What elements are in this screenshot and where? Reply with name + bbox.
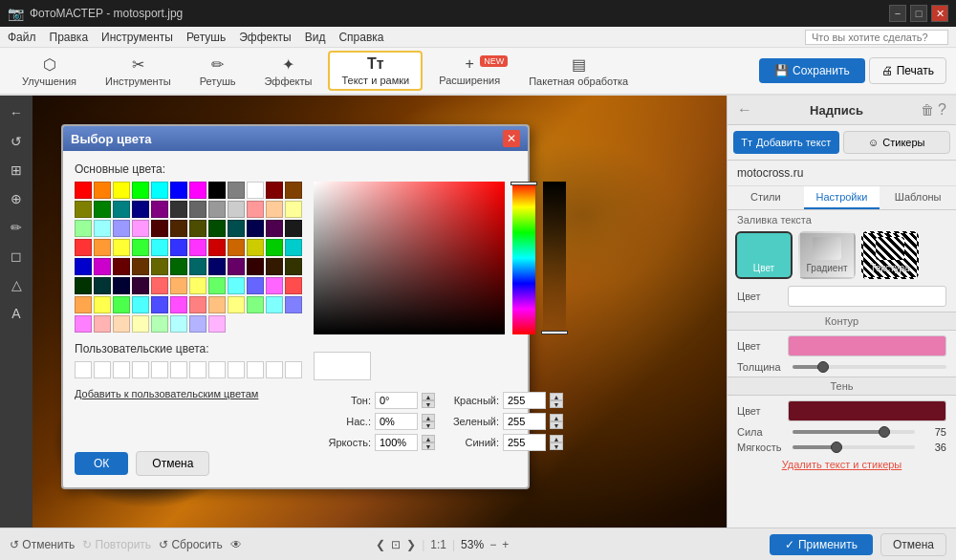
custom-cell[interactable] [151,361,168,378]
maximize-button[interactable]: □ [910,5,927,22]
zoom-fit-button[interactable]: 1:1 [430,538,446,551]
color-cell[interactable] [75,315,92,333]
color-cell[interactable] [132,277,149,294]
color-cell[interactable] [151,296,168,313]
print-button[interactable]: 🖨 Печать [869,57,946,84]
color-cell[interactable] [247,258,264,275]
color-cell[interactable] [113,239,130,256]
custom-cell[interactable] [208,361,226,378]
add-text-button[interactable]: Тт Добавить текст [733,131,839,154]
color-cell[interactable] [228,201,245,218]
toolbar-retouch[interactable]: ✏ Ретушь [187,51,249,91]
fit-button[interactable]: ⊡ [391,538,401,551]
color-cell[interactable] [189,201,206,218]
close-button[interactable]: ✕ [931,5,948,22]
color-cell[interactable] [285,296,302,313]
color-cell[interactable] [75,182,92,199]
toolbar-batch[interactable]: ▤ Пакетная обработка [516,51,641,91]
color-cell[interactable] [208,258,226,275]
green-spin-down[interactable]: ▼ [550,421,563,429]
color-cell[interactable] [266,239,283,256]
eraser-button[interactable]: ◻ [3,243,30,269]
softness-thumb[interactable] [831,442,842,453]
color-cell[interactable] [94,258,111,275]
hue-spin-up[interactable]: ▲ [422,393,435,400]
menu-edit[interactable]: Правка [50,31,89,44]
color-cell[interactable] [247,201,264,218]
custom-cell[interactable] [113,361,130,378]
hue-slider[interactable] [512,182,535,334]
color-cell[interactable] [285,239,302,256]
thickness-thumb[interactable] [817,361,829,373]
spectrum-picker[interactable] [314,182,505,334]
delete-text-link[interactable]: Удалить текст и стикеры [728,455,956,474]
color-cell[interactable] [132,220,149,237]
color-cell[interactable] [132,201,149,218]
help-icon[interactable]: ? [938,101,946,118]
zoom-out-button[interactable]: − [489,538,496,551]
color-cell[interactable] [132,182,149,199]
color-cell[interactable] [94,315,111,333]
tab-settings[interactable]: Настройки [804,186,880,209]
color-cell[interactable] [170,220,187,237]
color-cell[interactable] [132,296,149,313]
reset-button[interactable]: ↺ Сбросить [159,538,223,551]
menu-effects[interactable]: Эффекты [239,31,292,44]
color-cell[interactable] [113,182,130,199]
undo-button[interactable]: ↺ Отменить [10,538,75,551]
menu-retouch[interactable]: Ретушь [186,31,226,44]
strength-slider[interactable] [793,430,915,434]
custom-cell[interactable] [247,361,264,378]
fill-gradient-button[interactable]: Градиент [798,231,856,279]
delete-icon[interactable]: 🗑 [921,102,934,118]
color-cell[interactable] [266,201,283,218]
tab-styles[interactable]: Стили [728,186,804,209]
hue-spin-down[interactable]: ▼ [422,400,435,408]
sat-input[interactable] [375,413,418,430]
color-cell[interactable] [75,201,92,218]
color-cell[interactable] [94,277,111,294]
blue-input[interactable] [503,434,546,451]
color-cell[interactable] [189,277,206,294]
strength-thumb[interactable] [879,426,890,438]
color-cell[interactable] [75,220,92,237]
color-cell[interactable] [151,201,168,218]
select-button[interactable]: ⊕ [3,185,30,212]
canvas-area[interactable]: motocross.ru Выбор цвета ✕ Основные цвет… [33,96,727,528]
menu-tools[interactable]: Инструменты [101,31,173,44]
color-cell[interactable] [113,220,130,237]
color-cell[interactable] [228,296,245,313]
color-cell[interactable] [285,201,302,218]
custom-cell[interactable] [75,361,92,378]
apply-button[interactable]: ✓ Применить [770,534,873,555]
color-cell[interactable] [266,220,283,237]
toolbar-tools[interactable]: ✂ Инструменты [93,51,184,91]
color-cell[interactable] [228,239,245,256]
color-cell[interactable] [151,182,168,199]
sat-spin-up[interactable]: ▲ [422,414,435,421]
color-cell[interactable] [228,220,245,237]
green-spinner[interactable]: ▲ ▼ [550,414,563,429]
color-cell[interactable] [94,182,111,199]
color-cell[interactable] [189,239,206,256]
eye-button[interactable]: 👁 [230,538,242,551]
color-cell[interactable] [151,277,168,294]
color-cell[interactable] [170,258,187,275]
color-cell[interactable] [75,239,92,256]
color-cell[interactable] [208,220,226,237]
color-cell[interactable] [285,182,302,199]
green-input[interactable] [503,413,546,430]
menu-file[interactable]: Файл [8,31,36,44]
color-cell[interactable] [247,239,264,256]
hue-input[interactable] [375,392,418,409]
color-cell[interactable] [113,201,130,218]
blue-spinner[interactable]: ▲ ▼ [550,435,563,450]
color-cell[interactable] [285,277,302,294]
toolbar-improvements[interactable]: ⬡ Улучшения [10,51,89,91]
brightness-spinner[interactable]: ▲ ▼ [422,435,435,450]
fill-color-swatch[interactable] [788,286,946,307]
color-cell[interactable] [170,239,187,256]
shadow-color-swatch[interactable] [788,400,946,421]
color-cell[interactable] [247,296,264,313]
color-cell[interactable] [266,277,283,294]
